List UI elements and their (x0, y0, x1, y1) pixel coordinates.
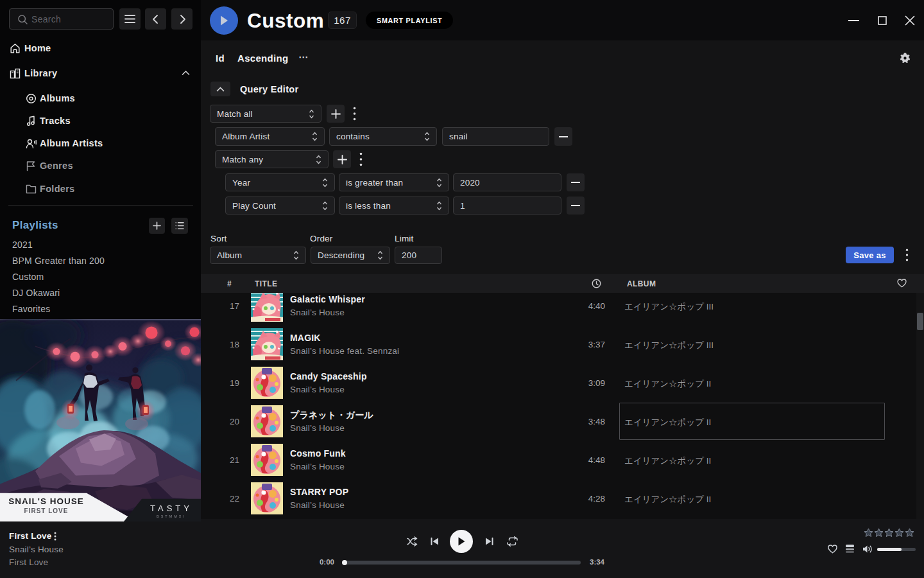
svg-text:BSTMMXI: BSTMMXI (157, 514, 186, 518)
svg-text:FIRST LOVE: FIRST LOVE (24, 507, 69, 514)
svg-text:TASTY: TASTY (150, 504, 193, 513)
svg-text:SNAIL'S HOUSE: SNAIL'S HOUSE (8, 496, 83, 506)
